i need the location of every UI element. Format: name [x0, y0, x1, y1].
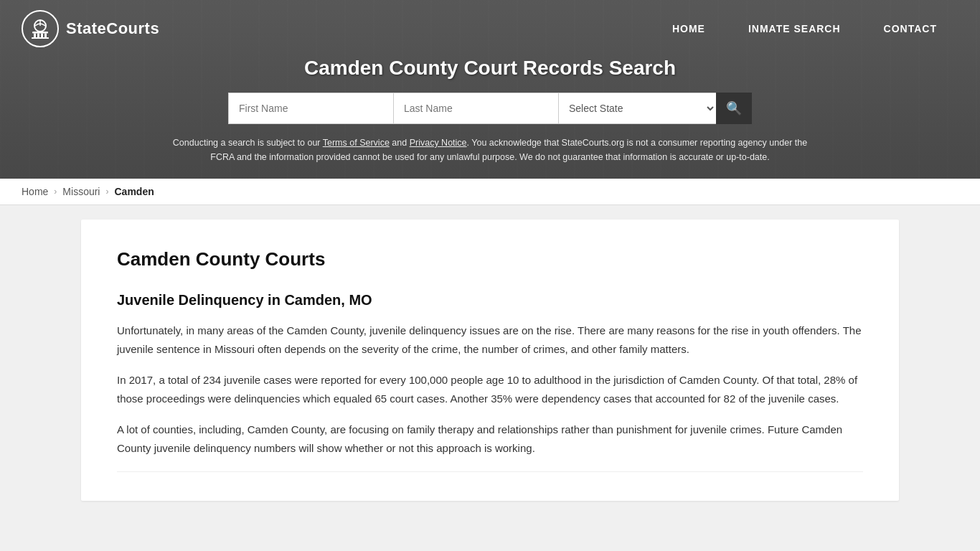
- paragraph-2: In 2017, a total of 234 juvenile cases w…: [117, 371, 863, 408]
- search-icon: 🔍: [726, 100, 742, 116]
- disclaimer-text: Conducting a search is subject to our Te…: [167, 136, 813, 164]
- logo-link[interactable]: StateCourts: [22, 10, 159, 47]
- svg-rect-5: [44, 33, 47, 37]
- nav-contact[interactable]: CONTACT: [862, 3, 958, 55]
- svg-rect-4: [41, 33, 43, 37]
- hero-title: Camden County Court Records Search: [14, 57, 966, 80]
- pillar-svg: [29, 17, 52, 40]
- search-bar: Select State Alabama Alaska Arizona Arka…: [14, 93, 966, 124]
- paragraph-3: A lot of counties, including, Camden Cou…: [117, 420, 863, 457]
- breadcrumb-home[interactable]: Home: [22, 186, 48, 197]
- hero-section: Camden County Court Records Search Selec…: [0, 57, 980, 179]
- nav-inmate-search[interactable]: INMATE SEARCH: [727, 3, 862, 55]
- logo-text: StateCourts: [66, 19, 159, 38]
- main-content: Camden County Courts Juvenile Delinquenc…: [67, 220, 913, 501]
- svg-rect-3: [37, 33, 39, 37]
- page-title: Camden County Courts: [117, 248, 863, 270]
- nav-home[interactable]: HOME: [651, 3, 727, 55]
- section-heading-juvenile: Juvenile Delinquency in Camden, MO: [117, 292, 863, 309]
- logo-icon: [22, 10, 59, 47]
- state-select[interactable]: Select State Alabama Alaska Arizona Arka…: [558, 93, 716, 124]
- privacy-link[interactable]: Privacy Notice: [410, 138, 467, 148]
- breadcrumb: Home › Missouri › Camden: [0, 179, 980, 205]
- breadcrumb-current: Camden: [114, 186, 154, 197]
- breadcrumb-missouri[interactable]: Missouri: [62, 186, 100, 197]
- nav-links: HOME INMATE SEARCH CONTACT: [651, 3, 958, 55]
- svg-rect-1: [32, 32, 48, 34]
- search-button[interactable]: 🔍: [716, 93, 752, 124]
- content-card: Camden County Courts Juvenile Delinquenc…: [81, 220, 899, 501]
- breadcrumb-sep-2: ›: [105, 187, 108, 197]
- content-divider: [117, 471, 863, 472]
- svg-rect-2: [34, 33, 36, 37]
- paragraph-1: Unfortunately, in many areas of the Camd…: [117, 321, 863, 358]
- first-name-input[interactable]: [228, 93, 393, 124]
- svg-rect-6: [32, 37, 49, 39]
- navigation: StateCourts HOME INMATE SEARCH CONTACT: [0, 0, 980, 57]
- header: StateCourts HOME INMATE SEARCH CONTACT C…: [0, 0, 980, 179]
- breadcrumb-sep-1: ›: [54, 187, 57, 197]
- terms-link[interactable]: Terms of Service: [323, 138, 390, 148]
- last-name-input[interactable]: [393, 93, 558, 124]
